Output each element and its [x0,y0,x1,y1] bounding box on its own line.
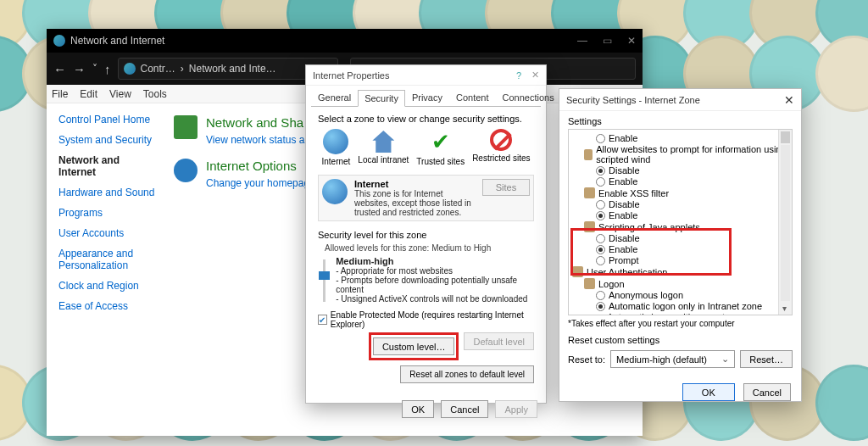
protected-mode-checkbox[interactable]: ✔ [318,315,327,325]
reset-to-select[interactable]: Medium-high (default) [610,350,735,368]
radio-icon[interactable] [596,166,605,176]
tree-label: Scripting of Java applets [598,222,700,232]
section-title[interactable]: Network and Sha [206,115,310,130]
section-sublink[interactable]: Change your homepage [206,177,315,189]
security-slider[interactable] [318,256,329,305]
tree-label: Enable XSS filter [598,188,669,198]
globe-icon [124,63,136,75]
sidebar-item[interactable]: System and Security [58,134,157,146]
tab-content[interactable]: Content [449,89,496,106]
tree-radio[interactable]: Enable [572,176,790,187]
radio-icon[interactable] [596,177,605,187]
menu-edit[interactable]: Edit [80,88,97,100]
close-icon[interactable]: ✕ [531,70,539,81]
tree-radio[interactable]: Disable [572,165,790,176]
zone-trusted-sites[interactable]: ✔Trusted sites [416,129,465,166]
gear-icon [584,149,593,160]
zone-local-intranet[interactable]: Local intranet [358,129,409,166]
control-panel-home-link[interactable]: Control Panel Home [58,114,157,125]
zone-restricted-sites[interactable]: Restricted sites [472,129,530,166]
radio-icon[interactable] [596,134,605,143]
main-content: Network and Sha View network status an I… [165,103,324,321]
forward-arrow-icon[interactable]: → [73,62,86,76]
ok-button[interactable]: OK [682,383,735,401]
scrollbar-thumb[interactable] [781,131,790,143]
radio-icon[interactable] [596,211,605,220]
tree-label: Automatic logon only in Intranet zone [609,301,762,311]
scrollbar[interactable]: ▾ [778,130,792,315]
tree-radio[interactable]: Automatic logon only in Intranet zone [572,301,790,312]
window-title: Network and Internet [70,35,164,47]
globe-icon [323,129,348,154]
maximize-icon[interactable]: ▭ [603,35,612,47]
tree-radio[interactable]: Enable [572,244,790,255]
tree-radio[interactable]: Disable [572,199,790,210]
tree-radio[interactable]: Anonymous logon [572,290,790,301]
sidebar-item[interactable]: Ease of Access [58,300,157,312]
sidebar-item[interactable]: Hardware and Sound [58,187,157,198]
tab-privacy[interactable]: Privacy [405,89,449,106]
globe-icon [322,179,348,204]
close-icon[interactable]: ✕ [784,93,794,107]
settings-tree[interactable]: ▾ EnableAllow websites to prompt for inf… [568,129,793,315]
menu-tools[interactable]: Tools [143,88,167,100]
tree-radio[interactable]: Prompt [572,255,790,266]
protected-mode-label: Enable Protected Mode (requires restarti… [331,310,534,329]
sidebar-item[interactable]: Programs [58,207,157,219]
tree-group: Enable XSS filter [572,187,790,199]
dialog-titlebar[interactable]: Internet Properties ? ✕ [306,65,546,86]
sidebar-item[interactable]: Clock and Region [58,280,157,292]
cancel-button[interactable]: Cancel [743,383,791,401]
radio-icon[interactable] [596,200,605,209]
radio-icon[interactable] [596,234,605,243]
window-titlebar[interactable]: Network and Internet — ▭ ✕ [47,29,643,53]
tree-radio[interactable]: Enable [572,210,790,221]
menu-file[interactable]: File [52,88,68,100]
section-title[interactable]: Internet Options [206,159,315,173]
zone-description: Internet This zone is for Internet websi… [318,175,534,221]
globe-icon [53,35,65,47]
cancel-button[interactable]: Cancel [441,400,488,418]
zone-internet[interactable]: Internet [321,129,350,166]
radio-icon[interactable] [596,302,605,311]
tab-connections[interactable]: Connections [495,89,560,106]
tree-label: Disable [609,165,640,176]
security-level-header: Security level for this zone [318,230,534,240]
gear-icon [584,187,595,198]
sites-button[interactable]: Sites [482,179,530,196]
close-icon[interactable]: ✕ [627,35,636,47]
custom-level-button[interactable]: Custom level… [373,337,455,355]
level-name: Medium-high [336,256,393,266]
up-arrow-icon[interactable]: ˅ [92,63,97,75]
tree-label: User Authentication [587,267,667,277]
slider-thumb[interactable] [319,271,330,280]
zone-hint: Select a zone to view or change security… [318,114,534,124]
gear-icon [584,221,595,232]
tab-security[interactable]: Security [358,90,405,107]
section-sublink[interactable]: View network status an [206,134,310,146]
tree-radio[interactable]: Enable [572,133,790,144]
reset-all-zones-button[interactable]: Reset all zones to default level [400,365,534,383]
help-icon[interactable]: ? [516,70,521,81]
radio-icon[interactable] [596,291,605,300]
sidebar-item-active[interactable]: Network and Internet [58,154,157,178]
sidebar-item[interactable]: Appearance and Personalization [58,248,157,271]
dialog-titlebar[interactable]: Security Settings - Internet Zone ✕ [559,89,801,111]
radio-icon[interactable] [596,245,605,254]
tree-radio[interactable]: Automatic logon with current user name a… [572,312,790,315]
settings-label: Settings [568,116,793,126]
radio-icon[interactable] [596,256,605,265]
tree-label: Enable [609,133,637,143]
minimize-icon[interactable]: — [577,35,587,47]
allowed-levels: Allowed levels for this zone: Medium to … [325,243,534,253]
menu-view[interactable]: View [109,88,131,100]
security-settings-dialog: Security Settings - Internet Zone ✕ Sett… [559,88,802,402]
sidebar-item[interactable]: User Accounts [58,227,157,239]
tree-radio[interactable]: Disable [572,233,790,244]
up-level-icon[interactable]: ↑ [104,62,111,76]
ok-button[interactable]: OK [402,400,434,418]
tab-general[interactable]: General [311,89,358,106]
chevron-down-icon[interactable]: ▾ [782,304,787,313]
reset-button[interactable]: Reset… [740,350,793,368]
back-arrow-icon[interactable]: ← [53,62,66,76]
